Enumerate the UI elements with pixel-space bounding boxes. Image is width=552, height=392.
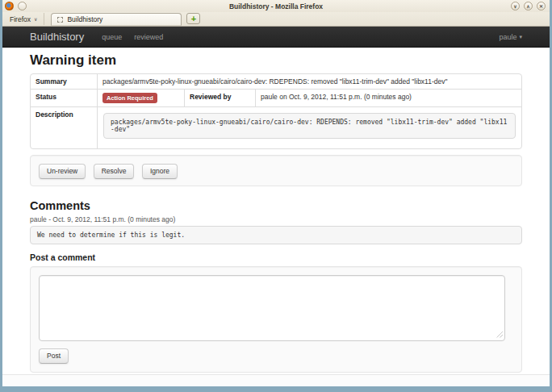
tab-buildhistory[interactable]: Buildhistory	[51, 13, 182, 26]
user-menu-label: paule	[499, 33, 516, 41]
status-cell: Action Required	[97, 89, 184, 106]
reviewed-by-label: Reviewed by	[184, 89, 255, 106]
plus-icon: +	[191, 15, 196, 23]
description-cell: packages/armv5te-poky-linux-gnueabi/cair…	[97, 106, 521, 148]
caret-down-icon: ▾	[519, 34, 522, 40]
tab-title: Buildhistory	[67, 15, 102, 23]
nav-link-queue[interactable]: queue	[102, 33, 122, 41]
un-review-button[interactable]: Un-review	[39, 164, 86, 179]
actions-well: Un-review Resolve Ignore	[30, 155, 522, 186]
table-row-status: Status Action Required Reviewed by paule…	[31, 89, 521, 106]
close-button[interactable]: ✕	[537, 2, 546, 10]
post-comment-well: Post	[30, 266, 522, 373]
resolve-button[interactable]: Resolve	[94, 164, 135, 179]
status-badge: Action Required	[102, 93, 157, 103]
description-label: Description	[31, 106, 97, 148]
detail-table: Summary packages/armv5te-poky-linux-gnue…	[30, 73, 522, 149]
user-menu[interactable]: paule ▾	[499, 33, 522, 41]
site-navbar: Buildhistory queue reviewed paule ▾	[2, 27, 550, 48]
summary-value: packages/armv5te-poky-linux-gnueabi/cair…	[97, 74, 521, 89]
window-title: Buildhistory - Mozilla Firefox	[2, 2, 550, 10]
firefox-window: Buildhistory - Mozilla Firefox ∨ ∧ ✕ Fir…	[0, 0, 552, 392]
description-value: packages/armv5te-poky-linux-gnueabi/cair…	[103, 113, 516, 139]
firefox-icon	[5, 2, 14, 10]
firefox-app-menu-label: Firefox	[10, 15, 31, 23]
maximize-button[interactable]: ∧	[524, 2, 533, 10]
chevron-down-icon: ∨	[34, 16, 37, 22]
post-button[interactable]: Post	[39, 348, 69, 364]
window-menu-button[interactable]	[18, 2, 27, 10]
summary-label: Summary	[31, 74, 97, 89]
reviewed-by-value: paule on Oct. 9, 2012, 11:51 p.m. (0 min…	[255, 89, 521, 106]
comment-item: paule - Oct. 9, 2012, 11:51 p.m. (0 minu…	[30, 215, 522, 244]
table-row-summary: Summary packages/armv5te-poky-linux-gnue…	[31, 74, 521, 89]
comment-body: We need to determine if this is legit.	[30, 226, 522, 244]
addon-bar	[2, 374, 550, 386]
window-controls: ∨ ∧ ✕	[511, 2, 550, 10]
page-title: Warning item	[30, 52, 522, 69]
ignore-button[interactable]: Ignore	[142, 164, 178, 179]
firefox-app-menu-button[interactable]: Firefox ∨	[6, 13, 44, 25]
comment-meta: paule - Oct. 9, 2012, 11:51 p.m. (0 minu…	[30, 215, 522, 223]
comment-input[interactable]	[39, 275, 505, 341]
table-row-description: Description packages/armv5te-poky-linux-…	[31, 106, 521, 148]
nav-link-reviewed[interactable]: reviewed	[134, 33, 163, 41]
tab-bar: Firefox ∨ Buildhistory +	[2, 12, 550, 27]
status-label: Status	[31, 89, 97, 106]
minimize-button[interactable]: ∨	[511, 2, 520, 10]
post-comment-heading: Post a comment	[30, 252, 522, 262]
window-titlebar: Buildhistory - Mozilla Firefox ∨ ∧ ✕	[2, 0, 550, 12]
navbar-brand[interactable]: Buildhistory	[30, 31, 84, 43]
tab-favicon-icon	[57, 17, 63, 23]
page-content: Warning item Summary packages/armv5te-po…	[2, 48, 550, 374]
new-tab-button[interactable]: +	[186, 13, 200, 24]
comments-heading: Comments	[30, 199, 522, 212]
